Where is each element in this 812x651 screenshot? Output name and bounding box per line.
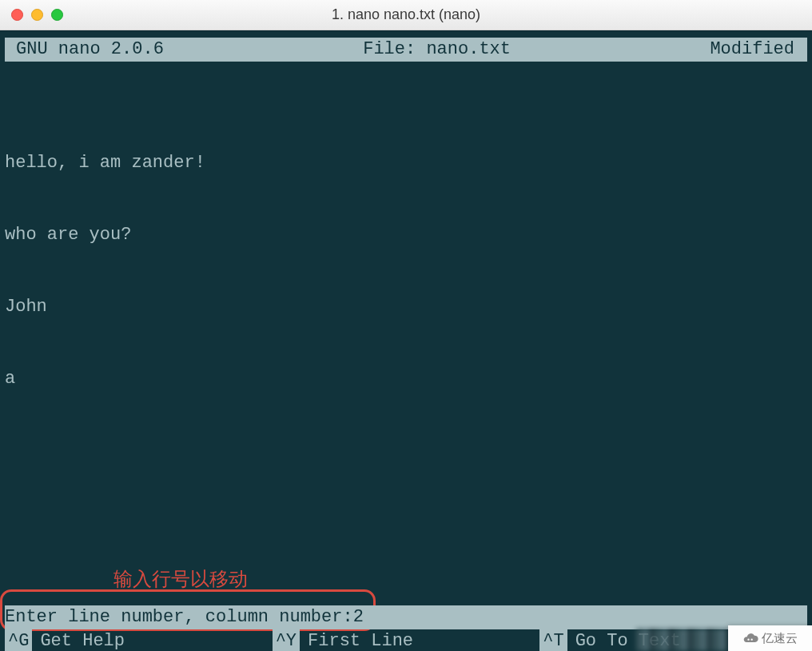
shortcut-key: ^Y <box>273 629 300 651</box>
window-title: 1. nano nano.txt (nano) <box>0 6 812 23</box>
goto-line-prompt[interactable]: Enter line number, column number: 2 <box>5 605 807 629</box>
annotation-text: 输入行号以移动 <box>113 567 248 591</box>
maximize-icon[interactable] <box>51 9 63 21</box>
close-icon[interactable] <box>11 9 23 21</box>
window-titlebar: 1. nano nano.txt (nano) <box>0 0 812 30</box>
nano-version: GNU nano 2.0.6 <box>16 38 164 62</box>
watermark-text: 亿速云 <box>762 626 798 650</box>
shortcut-label: Get Help <box>40 629 125 651</box>
shortcut-key: ^G <box>5 629 32 651</box>
prompt-label: Enter line number, column number: <box>5 605 353 629</box>
editor-area[interactable]: hello, i am zander! who are you? John a <box>5 103 807 439</box>
buffer-line: John <box>5 295 807 319</box>
shortcut-get-help[interactable]: ^G Get Help <box>5 629 273 651</box>
cloud-icon <box>742 630 758 646</box>
svg-point-0 <box>747 639 749 641</box>
buffer-line: a <box>5 367 807 391</box>
watermark-badge: 亿速云 <box>728 625 812 651</box>
nano-modified-flag: Modified <box>710 38 802 62</box>
prompt-value[interactable]: 2 <box>353 605 364 629</box>
traffic-lights <box>11 9 63 21</box>
buffer-line: who are you? <box>5 223 807 247</box>
minimize-icon[interactable] <box>31 9 43 21</box>
shortcut-label: First Line <box>308 629 413 651</box>
blur-overlay <box>636 629 728 651</box>
buffer-line: hello, i am zander! <box>5 151 807 175</box>
svg-point-1 <box>751 639 753 641</box>
shortcut-key: ^T <box>539 629 567 651</box>
terminal-pane[interactable]: GNU nano 2.0.6 File: nano.txt Modified h… <box>0 30 812 651</box>
nano-file-label: File: nano.txt <box>164 38 710 62</box>
shortcut-first-line[interactable]: ^Y First Line <box>273 629 540 651</box>
nano-header: GNU nano 2.0.6 File: nano.txt Modified <box>5 38 807 62</box>
